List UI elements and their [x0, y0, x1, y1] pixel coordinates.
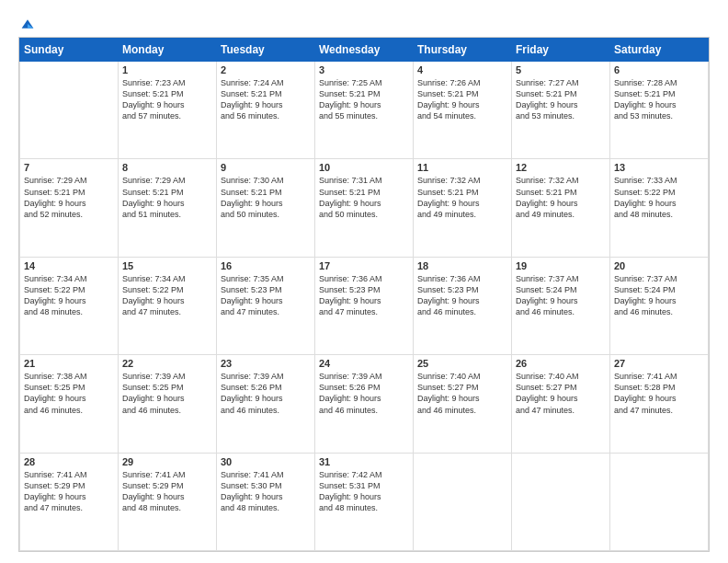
day-info: Sunrise: 7:27 AM Sunset: 5:21 PM Dayligh…: [516, 77, 606, 122]
calendar-week-1: 7Sunrise: 7:29 AM Sunset: 5:21 PM Daylig…: [20, 159, 709, 257]
day-info: Sunrise: 7:41 AM Sunset: 5:29 PM Dayligh…: [24, 469, 114, 514]
logo: [18, 17, 35, 28]
day-info: Sunrise: 7:38 AM Sunset: 5:25 PM Dayligh…: [24, 371, 114, 416]
calendar-cell-0-1: 1Sunrise: 7:23 AM Sunset: 5:21 PM Daylig…: [119, 62, 217, 159]
page: SundayMondayTuesdayWednesdayThursdayFrid…: [0, 0, 728, 563]
day-info: Sunrise: 7:34 AM Sunset: 5:22 PM Dayligh…: [24, 273, 114, 318]
day-info: Sunrise: 7:31 AM Sunset: 5:21 PM Dayligh…: [319, 175, 409, 220]
day-number: 28: [24, 456, 114, 467]
calendar-cell-4-0: 28Sunrise: 7:41 AM Sunset: 5:29 PM Dayli…: [20, 453, 119, 550]
calendar-cell-0-4: 4Sunrise: 7:26 AM Sunset: 5:21 PM Daylig…: [414, 62, 512, 159]
calendar-cell-4-6: [610, 453, 709, 550]
day-number: 2: [221, 64, 311, 75]
calendar-cell-2-0: 14Sunrise: 7:34 AM Sunset: 5:22 PM Dayli…: [20, 257, 119, 354]
day-number: 20: [614, 260, 704, 271]
day-number: 30: [221, 456, 311, 467]
day-number: 14: [24, 260, 114, 271]
calendar-cell-4-2: 30Sunrise: 7:41 AM Sunset: 5:30 PM Dayli…: [217, 453, 315, 550]
calendar-cell-3-4: 25Sunrise: 7:40 AM Sunset: 5:27 PM Dayli…: [414, 355, 512, 453]
calendar-cell-4-4: [414, 453, 512, 550]
day-number: 23: [221, 358, 311, 369]
header-wednesday: Wednesday: [315, 39, 414, 62]
day-number: 21: [24, 358, 114, 369]
header-thursday: Thursday: [414, 39, 512, 62]
day-info: Sunrise: 7:30 AM Sunset: 5:21 PM Dayligh…: [221, 175, 311, 220]
day-info: Sunrise: 7:26 AM Sunset: 5:21 PM Dayligh…: [417, 77, 507, 122]
day-number: 7: [24, 162, 114, 173]
calendar-cell-0-3: 3Sunrise: 7:25 AM Sunset: 5:21 PM Daylig…: [315, 62, 414, 159]
calendar-cell-2-1: 15Sunrise: 7:34 AM Sunset: 5:22 PM Dayli…: [119, 257, 217, 354]
day-info: Sunrise: 7:39 AM Sunset: 5:26 PM Dayligh…: [319, 371, 409, 416]
header-sunday: Sunday: [20, 39, 119, 62]
calendar-cell-3-3: 24Sunrise: 7:39 AM Sunset: 5:26 PM Dayli…: [315, 355, 414, 453]
calendar-cell-2-4: 18Sunrise: 7:36 AM Sunset: 5:23 PM Dayli…: [414, 257, 512, 354]
day-number: 17: [319, 260, 409, 271]
day-number: 6: [614, 64, 704, 75]
calendar-week-2: 14Sunrise: 7:34 AM Sunset: 5:22 PM Dayli…: [20, 257, 709, 354]
day-number: 8: [122, 162, 212, 173]
day-number: 22: [122, 358, 212, 369]
day-number: 16: [221, 260, 311, 271]
calendar-cell-1-1: 8Sunrise: 7:29 AM Sunset: 5:21 PM Daylig…: [119, 159, 217, 257]
calendar-cell-4-5: [512, 453, 610, 550]
calendar-cell-1-4: 11Sunrise: 7:32 AM Sunset: 5:21 PM Dayli…: [414, 159, 512, 257]
day-info: Sunrise: 7:40 AM Sunset: 5:27 PM Dayligh…: [417, 371, 507, 416]
calendar-cell-2-6: 20Sunrise: 7:37 AM Sunset: 5:24 PM Dayli…: [610, 257, 709, 354]
calendar-cell-0-5: 5Sunrise: 7:27 AM Sunset: 5:21 PM Daylig…: [512, 62, 610, 159]
day-number: 3: [319, 64, 409, 75]
header-friday: Friday: [512, 39, 610, 62]
calendar-cell-1-0: 7Sunrise: 7:29 AM Sunset: 5:21 PM Daylig…: [20, 159, 119, 257]
day-number: 12: [516, 162, 606, 173]
calendar-cell-1-5: 12Sunrise: 7:32 AM Sunset: 5:21 PM Dayli…: [512, 159, 610, 257]
day-info: Sunrise: 7:36 AM Sunset: 5:23 PM Dayligh…: [319, 273, 409, 318]
day-info: Sunrise: 7:41 AM Sunset: 5:28 PM Dayligh…: [614, 371, 704, 416]
day-number: 10: [319, 162, 409, 173]
calendar: SundayMondayTuesdayWednesdayThursdayFrid…: [18, 37, 710, 552]
day-info: Sunrise: 7:42 AM Sunset: 5:31 PM Dayligh…: [319, 469, 409, 514]
day-info: Sunrise: 7:41 AM Sunset: 5:29 PM Dayligh…: [122, 469, 212, 514]
day-number: 5: [516, 64, 606, 75]
calendar-cell-2-5: 19Sunrise: 7:37 AM Sunset: 5:24 PM Dayli…: [512, 257, 610, 354]
day-info: Sunrise: 7:35 AM Sunset: 5:23 PM Dayligh…: [221, 273, 311, 318]
day-info: Sunrise: 7:33 AM Sunset: 5:22 PM Dayligh…: [614, 175, 704, 220]
calendar-cell-0-0: [20, 62, 119, 159]
calendar-cell-4-1: 29Sunrise: 7:41 AM Sunset: 5:29 PM Dayli…: [119, 453, 217, 550]
day-info: Sunrise: 7:41 AM Sunset: 5:30 PM Dayligh…: [221, 469, 311, 514]
header: [18, 17, 710, 28]
header-monday: Monday: [119, 39, 217, 62]
day-number: 27: [614, 358, 704, 369]
calendar-cell-3-0: 21Sunrise: 7:38 AM Sunset: 5:25 PM Dayli…: [20, 355, 119, 453]
day-info: Sunrise: 7:24 AM Sunset: 5:21 PM Dayligh…: [221, 77, 311, 122]
calendar-cell-4-3: 31Sunrise: 7:42 AM Sunset: 5:31 PM Dayli…: [315, 453, 414, 550]
day-number: 24: [319, 358, 409, 369]
day-info: Sunrise: 7:28 AM Sunset: 5:21 PM Dayligh…: [614, 77, 704, 122]
day-number: 4: [417, 64, 507, 75]
day-info: Sunrise: 7:29 AM Sunset: 5:21 PM Dayligh…: [122, 175, 212, 220]
calendar-cell-3-5: 26Sunrise: 7:40 AM Sunset: 5:27 PM Dayli…: [512, 355, 610, 453]
day-info: Sunrise: 7:25 AM Sunset: 5:21 PM Dayligh…: [319, 77, 409, 122]
day-info: Sunrise: 7:32 AM Sunset: 5:21 PM Dayligh…: [516, 175, 606, 220]
day-number: 19: [516, 260, 606, 271]
calendar-cell-1-6: 13Sunrise: 7:33 AM Sunset: 5:22 PM Dayli…: [610, 159, 709, 257]
day-number: 11: [417, 162, 507, 173]
day-number: 18: [417, 260, 507, 271]
calendar-week-3: 21Sunrise: 7:38 AM Sunset: 5:25 PM Dayli…: [20, 355, 709, 453]
calendar-cell-2-2: 16Sunrise: 7:35 AM Sunset: 5:23 PM Dayli…: [217, 257, 315, 354]
calendar-week-4: 28Sunrise: 7:41 AM Sunset: 5:29 PM Dayli…: [20, 453, 709, 550]
day-number: 29: [122, 456, 212, 467]
day-info: Sunrise: 7:32 AM Sunset: 5:21 PM Dayligh…: [417, 175, 507, 220]
day-info: Sunrise: 7:23 AM Sunset: 5:21 PM Dayligh…: [122, 77, 212, 122]
day-info: Sunrise: 7:40 AM Sunset: 5:27 PM Dayligh…: [516, 371, 606, 416]
day-number: 31: [319, 456, 409, 467]
calendar-cell-1-2: 9Sunrise: 7:30 AM Sunset: 5:21 PM Daylig…: [217, 159, 315, 257]
day-info: Sunrise: 7:29 AM Sunset: 5:21 PM Dayligh…: [24, 175, 114, 220]
header-tuesday: Tuesday: [217, 39, 315, 62]
calendar-header-row: SundayMondayTuesdayWednesdayThursdayFrid…: [20, 39, 709, 62]
day-number: 13: [614, 162, 704, 173]
day-number: 1: [122, 64, 212, 75]
day-number: 25: [417, 358, 507, 369]
calendar-cell-0-2: 2Sunrise: 7:24 AM Sunset: 5:21 PM Daylig…: [217, 62, 315, 159]
day-info: Sunrise: 7:36 AM Sunset: 5:23 PM Dayligh…: [417, 273, 507, 318]
day-number: 26: [516, 358, 606, 369]
day-info: Sunrise: 7:34 AM Sunset: 5:22 PM Dayligh…: [122, 273, 212, 318]
